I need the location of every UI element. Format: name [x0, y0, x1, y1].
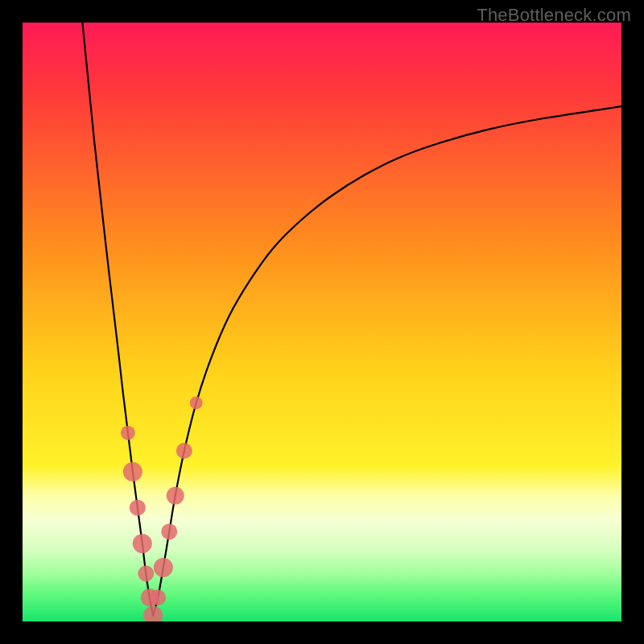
highlight-dot [123, 462, 142, 481]
highlight-dot [133, 534, 152, 553]
highlight-dot [161, 523, 177, 539]
highlight-dot [130, 500, 146, 516]
highlight-dot [138, 565, 154, 581]
highlight-dot [121, 426, 135, 440]
highlight-dot [154, 558, 173, 577]
highlight-dot [150, 589, 166, 605]
highlight-dot [176, 443, 192, 459]
highlight-dot [190, 396, 203, 409]
bottleneck-chart [23, 23, 621, 621]
chart-background [23, 23, 621, 621]
highlight-dot [167, 487, 184, 505]
chart-frame: TheBottleneck.com [0, 0, 644, 644]
